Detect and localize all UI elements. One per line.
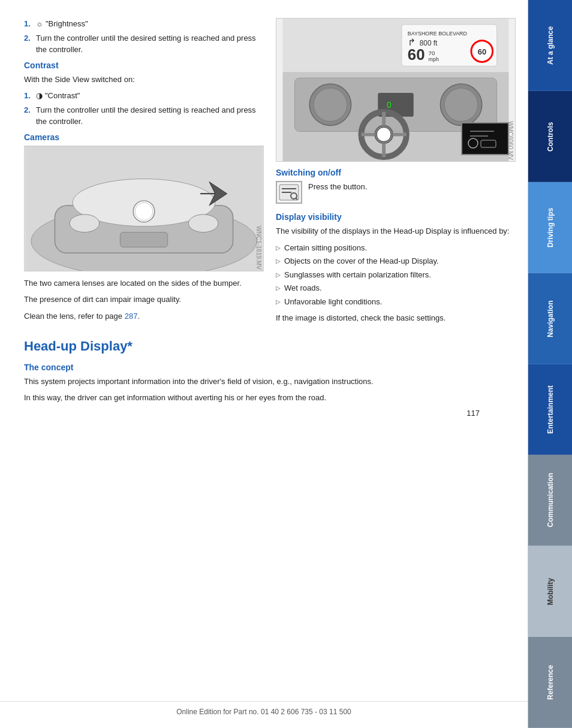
img-caption-left: WNC1-1619.MV (255, 226, 262, 270)
visibility-bullets: Certain sitting positions. Objects on th… (276, 242, 516, 308)
brightness-item2-num: 2. (24, 32, 32, 44)
contrast-intro: With the Side View switched on: (24, 74, 264, 86)
contrast-icon: ◑ (36, 90, 43, 102)
sidebar: At a glance Controls Driving tips Naviga… (528, 0, 572, 728)
sidebar-tab-reference[interactable]: Reference (528, 637, 572, 728)
switch-button-icon (276, 181, 302, 204)
sidebar-tab-at-a-glance[interactable]: At a glance (528, 0, 572, 91)
display-visibility-intro: The visibility of the displays in the He… (276, 225, 516, 237)
svg-text:60: 60 (478, 47, 486, 56)
brightness-item1-text: "Brightness" (46, 18, 88, 30)
bullet-item: Sunglasses with certain polarization fil… (276, 269, 516, 281)
contrast-heading: Contrast (24, 61, 264, 70)
svg-text:70: 70 (429, 50, 436, 56)
sidebar-tab-entertainment[interactable]: Entertainment (528, 364, 572, 455)
contrast-item2-num: 2. (24, 104, 32, 116)
cameras-text2: The presence of dirt can impair image qu… (24, 294, 264, 306)
footer-text: Online Edition for Part no. 01 40 2 606 … (176, 708, 351, 716)
svg-text:mph: mph (429, 56, 439, 62)
svg-rect-6 (120, 232, 167, 247)
hud-inset (461, 122, 509, 155)
cameras-heading: Cameras (24, 132, 264, 142)
sidebar-tab-navigation[interactable]: Navigation (528, 273, 572, 364)
sidebar-tab-mobility[interactable]: Mobility (528, 546, 572, 637)
concept-heading: The concept (24, 363, 516, 372)
concept-text2: In this way, the driver can get informat… (24, 392, 516, 404)
contrast-list: 1. ◑ "Contrast" 2. Turn the controller u… (24, 90, 264, 128)
svg-point-4 (70, 214, 100, 232)
hud-heading: Head-up Display* (24, 339, 516, 354)
sidebar-tab-driving-tips[interactable]: Driving tips (528, 182, 572, 273)
img-caption-right: WMC6060.MV (507, 121, 514, 160)
brightness-item2-text: Turn the controller until the desired se… (36, 32, 264, 56)
camera-image: WNC1-1619.MV (24, 146, 264, 271)
svg-point-26 (444, 88, 478, 122)
bullet-item: Objects on the cover of the Head-up Disp… (276, 255, 516, 267)
concept-text1: This system projects important informati… (24, 376, 516, 388)
page-number: 117 (24, 409, 516, 418)
footer: Online Edition for Part no. 01 40 2 606 … (0, 701, 528, 722)
svg-text:60: 60 (408, 46, 425, 63)
svg-text:BAYSHORE BOLEVARD: BAYSHORE BOLEVARD (408, 31, 467, 37)
bullet-item: Unfavorable light conditions. (276, 296, 516, 308)
display-visibility-heading: Display visibility (276, 212, 516, 222)
brightness-item1-num: 1. (24, 18, 32, 30)
cameras-text1: The two camera lenses are located on the… (24, 277, 264, 289)
distorted-text: If the image is distorted, check the bas… (276, 312, 516, 324)
sidebar-tab-communication[interactable]: Communication (528, 455, 572, 546)
sidebar-tab-controls[interactable]: Controls (528, 91, 572, 182)
switching-text: Press the button. (276, 181, 516, 193)
svg-point-24 (314, 88, 347, 122)
bullet-item: Certain sitting positions. (276, 242, 516, 254)
bullet-item: Wet roads. (276, 282, 516, 294)
brightness-icon: ☼ (36, 18, 43, 30)
brightness-list: 1. ☼ "Brightness" 2. Turn the controller… (24, 18, 264, 56)
cameras-link[interactable]: 287 (125, 312, 138, 321)
svg-point-8 (135, 203, 153, 220)
svg-text:↱: ↱ (408, 37, 416, 47)
svg-point-5 (188, 214, 218, 232)
hud-dashboard-image: BAYSHORE BOLEVARD ↱ 800 ft 60 70 mph 60 (276, 18, 516, 162)
contrast-item2-text: Turn the controller until the desired se… (36, 104, 264, 128)
svg-text:0: 0 (387, 100, 392, 110)
contrast-item1-num: 1. (24, 90, 32, 102)
contrast-item1-text: "Contrast" (45, 90, 80, 102)
svg-point-35 (377, 127, 391, 141)
switching-heading: Switching on/off (276, 168, 516, 177)
cameras-text3: Clean the lens, refer to page 287. (24, 310, 264, 322)
